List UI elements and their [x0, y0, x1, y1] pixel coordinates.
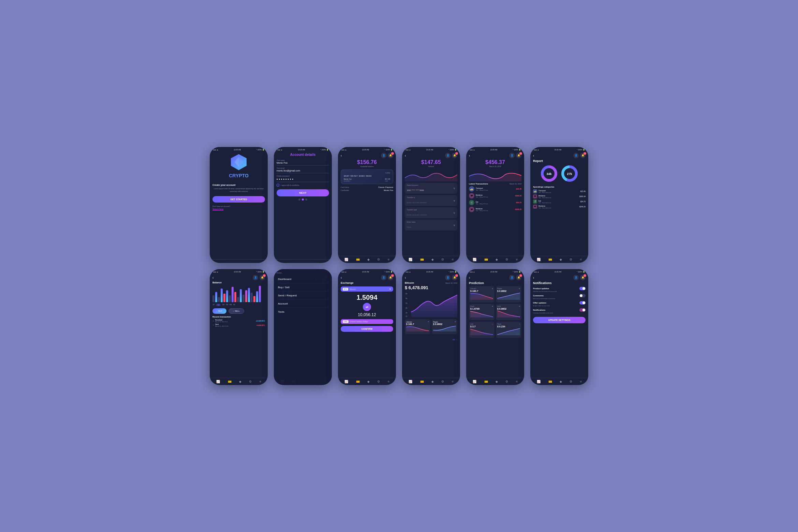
- nav-eth-6[interactable]: ◆: [560, 258, 562, 261]
- nav-eth[interactable]: ◆: [367, 258, 370, 261]
- usd-selector[interactable]: USD United States Dollar: [341, 319, 393, 324]
- transfer-to-dropdown[interactable]: Transfer to Enter account number ∨: [405, 195, 457, 206]
- nav-settings-5[interactable]: ⚙: [505, 258, 508, 261]
- menu-account[interactable]: Account: [277, 300, 329, 308]
- nav-chart-10[interactable]: 📈: [409, 380, 412, 383]
- nav-eth-9[interactable]: ◆: [367, 380, 370, 383]
- nav-eth-11[interactable]: ◆: [496, 380, 498, 383]
- nav-chart-4[interactable]: 📈: [409, 258, 412, 261]
- back-button-9[interactable]: ‹: [341, 276, 342, 280]
- nav-chart-6[interactable]: 📈: [537, 258, 541, 261]
- btc-selector[interactable]: BTC Bitcoin ∨: [341, 286, 393, 292]
- next-button[interactable]: NEXT: [277, 189, 329, 196]
- notification-icon-4[interactable]: 🔔 11: [452, 153, 457, 158]
- nav-eth-12[interactable]: ◆: [560, 380, 562, 383]
- profile-icon-6[interactable]: 👤: [573, 153, 579, 158]
- nav-card-9[interactable]: 💳: [356, 380, 360, 383]
- toggle-offer-updates[interactable]: [579, 301, 586, 305]
- nav-card-7[interactable]: 💳: [228, 380, 232, 383]
- select-account-dropdown[interactable]: Select account 3567 **** **** 5600 ∨: [405, 183, 457, 194]
- pred-litecoin[interactable]: Litecoin + $ 183.7: [469, 286, 494, 302]
- back-button-10[interactable]: ‹: [405, 276, 406, 280]
- all-cryptos-button[interactable]: All →: [453, 339, 457, 341]
- pred-tezor[interactable]: Tezor ↑ $ 0.234: [496, 322, 521, 338]
- menu-send-request[interactable]: Send / Request: [277, 292, 329, 300]
- notification-icon-12[interactable]: 🔔 11: [580, 275, 586, 280]
- notification-icon-11[interactable]: 🔔 11: [516, 275, 521, 280]
- nav-menu-7[interactable]: ≡: [260, 380, 261, 383]
- profile-icon-12[interactable]: 👤: [573, 275, 579, 280]
- profile-icon-7[interactable]: 👤: [253, 275, 258, 280]
- nav-chart-9[interactable]: 📈: [344, 380, 348, 383]
- nav-settings[interactable]: ⚙: [377, 258, 380, 261]
- notification-icon-10[interactable]: 🔔 11: [452, 275, 457, 280]
- pred-ripple[interactable]: Ripple + $ 0.8602: [496, 286, 521, 302]
- profile-icon-4[interactable]: 👤: [445, 153, 450, 158]
- toggle-notifications[interactable]: [579, 308, 586, 312]
- nav-settings-6[interactable]: ⚙: [570, 258, 572, 261]
- notification-icon-5[interactable]: 🔔 11: [516, 153, 521, 158]
- tab-all[interactable]: All: [233, 304, 235, 306]
- menu-buy-sell[interactable]: Buy / Sell: [277, 283, 329, 292]
- back-button-4[interactable]: ‹: [405, 154, 406, 158]
- password-field[interactable]: ••••••••: [277, 177, 329, 182]
- tab-6m[interactable]: 6M: [230, 304, 232, 306]
- nav-menu-6[interactable]: ≡: [580, 258, 582, 261]
- nav-settings-4[interactable]: ⚙: [441, 258, 444, 261]
- pred-ardo[interactable]: Ardo + $ 0.8602: [496, 304, 521, 320]
- tab-1d[interactable]: 1D: [212, 304, 215, 306]
- back-button-3[interactable]: ‹: [341, 154, 342, 158]
- tab-3m[interactable]: 3M: [226, 304, 228, 306]
- transfer-type-dropdown[interactable]: Transfer type Enter account number ∨: [405, 207, 457, 218]
- nav-menu-5[interactable]: ≡: [516, 258, 518, 261]
- toggle-product-updates[interactable]: [579, 287, 586, 290]
- sign-in-link[interactable]: Sing in here: [212, 208, 265, 210]
- tab-1w[interactable]: 1W: [216, 304, 221, 306]
- nav-chart-12[interactable]: 📈: [537, 380, 541, 383]
- nav-settings-7[interactable]: ⚙: [249, 380, 252, 383]
- menu-dashboard[interactable]: Dashboard: [277, 275, 329, 283]
- get-started-button[interactable]: GET STARTED: [212, 196, 265, 203]
- profile-icon-11[interactable]: 👤: [509, 275, 515, 280]
- buy-button[interactable]: ↓ BUY: [212, 308, 226, 314]
- notes-dropdown[interactable]: Enter notes Note ∨: [405, 220, 457, 231]
- agree-checkbox[interactable]: ✓: [277, 184, 279, 187]
- confirm-button[interactable]: CONFIRM: [341, 326, 393, 332]
- nav-menu-10[interactable]: ≡: [452, 380, 454, 383]
- nav-menu[interactable]: ≡: [388, 258, 389, 261]
- exchange-swap-icon[interactable]: ⇄: [341, 303, 393, 311]
- nav-card[interactable]: 💳: [356, 258, 360, 261]
- profile-icon-10[interactable]: 👤: [445, 275, 450, 280]
- nav-chart-11[interactable]: 📈: [473, 380, 476, 383]
- nav-card-11[interactable]: 💳: [484, 380, 488, 383]
- back-button-6[interactable]: ‹: [533, 154, 534, 158]
- notification-icon-7[interactable]: 🔔 11: [260, 275, 265, 280]
- nav-chart-7[interactable]: 📈: [216, 380, 220, 383]
- nav-card-10[interactable]: 💳: [420, 380, 424, 383]
- nav-card-12[interactable]: 💳: [548, 380, 552, 383]
- menu-tools[interactable]: Tools: [277, 308, 329, 316]
- nav-eth-10[interactable]: ◆: [431, 380, 434, 383]
- back-button-7[interactable]: ‹: [212, 276, 213, 280]
- nav-settings-11[interactable]: ⚙: [505, 380, 508, 383]
- nav-chart[interactable]: 📈: [344, 258, 348, 261]
- back-button-11[interactable]: ‹: [469, 276, 470, 280]
- notification-icon-3[interactable]: 🔔 11: [388, 153, 393, 158]
- notification-icon-9[interactable]: 🔔 11: [388, 275, 393, 280]
- nav-card-5[interactable]: 💳: [484, 258, 488, 261]
- notification-icon-6[interactable]: 🔔 11: [580, 153, 586, 158]
- profile-icon-9[interactable]: 👤: [381, 275, 386, 280]
- tab-1m[interactable]: 1M: [222, 304, 224, 306]
- sell-button[interactable]: ↓ SELL: [228, 308, 244, 314]
- nav-settings-10[interactable]: ⚙: [441, 380, 444, 383]
- ripple-card[interactable]: Ripple + $ 0.8602: [432, 319, 457, 334]
- nav-menu-9[interactable]: ≡: [388, 380, 389, 383]
- toggle-comments[interactable]: [579, 294, 586, 297]
- nav-eth-4[interactable]: ◆: [431, 258, 434, 261]
- nav-chart-5[interactable]: 📈: [473, 258, 476, 261]
- update-settings-button[interactable]: UPDATE SETTINGS: [533, 317, 586, 323]
- nav-eth-7[interactable]: ◆: [239, 380, 241, 383]
- litecoin-card[interactable]: Litecoin + $ 183.7: [405, 319, 430, 334]
- profile-icon-3[interactable]: 👤: [381, 153, 386, 158]
- nav-settings-9[interactable]: ⚙: [377, 380, 380, 383]
